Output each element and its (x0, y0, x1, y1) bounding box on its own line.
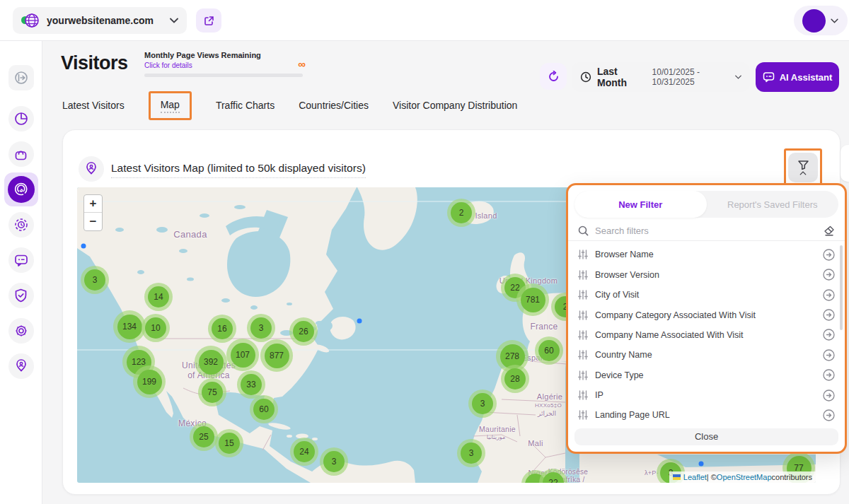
cluster-marker[interactable]: 877 (260, 339, 293, 372)
sidebar-item-session-recording[interactable] (8, 212, 34, 238)
sidebar-item-gear[interactable] (8, 318, 34, 344)
sidebar-item-visitors-radar[interactable] (4, 172, 38, 206)
filter-list: Browser NameBrowser VersionCity of Visit… (568, 241, 845, 426)
period-label: Last Month (597, 66, 642, 88)
cluster-marker[interactable]: 781 (516, 283, 549, 316)
cluster-marker[interactable]: 75 (198, 378, 226, 406)
filter-item-landing-page-url[interactable]: Landing Page URL (568, 405, 845, 425)
cluster-marker[interactable]: 24 (290, 438, 318, 466)
tab-latest-visitors[interactable]: Latest Visitors (62, 100, 125, 111)
zoom-in-button[interactable]: + (84, 195, 102, 213)
map-attribution: Leaflet | © OpenStreetMap contributors (669, 471, 816, 483)
cluster-marker[interactable]: 3 (81, 266, 109, 294)
filter-item-label: Country Name (595, 350, 823, 360)
filter-toggle-button[interactable] (788, 153, 818, 182)
date-range-selector[interactable]: Last Month 10/01/2025 - 10/31/2025 (572, 62, 750, 92)
cluster-count: 3 (472, 393, 493, 414)
cluster-marker[interactable]: 3 (457, 439, 485, 467)
filter-item-city-of-visit[interactable]: City of Visit (568, 285, 845, 305)
pie-chart-icon (14, 112, 28, 126)
account-menu[interactable] (794, 6, 848, 35)
arrow-circle-right-icon[interactable] (823, 369, 835, 381)
edge-widget-handle[interactable] (841, 145, 849, 182)
website-selector[interactable]: yourwebsitename.com (13, 7, 187, 34)
chevron-up-icon (799, 171, 807, 175)
cluster-marker[interactable]: 15 (215, 429, 243, 457)
open-website-button[interactable] (196, 8, 221, 33)
filter-item-label: IP (595, 390, 823, 400)
cluster-marker[interactable]: 10 (142, 314, 170, 342)
cluster-count: 107 (231, 343, 255, 368)
sidebar-item-chat-feedback[interactable] (8, 247, 34, 273)
filter-item-ip[interactable]: IP (568, 385, 845, 405)
openstreetmap-link[interactable]: OpenStreetMap (717, 473, 772, 481)
tab-countries-cities[interactable]: Countries/Cities (299, 100, 369, 111)
filter-item-company-category-associated-with-visit[interactable]: Company Category Associated With Visit (568, 305, 845, 324)
cluster-marker[interactable]: 26 (289, 317, 318, 346)
filter-item-browser-name[interactable]: Browser Name (568, 245, 845, 264)
leaflet-link[interactable]: Leaflet (683, 473, 707, 481)
cluster-marker[interactable]: 28 (501, 365, 529, 393)
cluster-marker[interactable]: 25 (190, 423, 218, 451)
sidebar-item-pie-chart[interactable] (8, 106, 34, 131)
cluster-count: 24 (294, 441, 315, 462)
arrow-circle-right-icon[interactable] (823, 309, 835, 321)
tab-traffic-charts[interactable]: Traffic Charts (216, 100, 275, 111)
cluster-count: 26 (293, 321, 314, 342)
cluster-count: 877 (265, 344, 289, 368)
filter-item-label: Company Name Associated With Visit (595, 330, 823, 340)
tab-visitor-company-distribution[interactable]: Visitor Company Distribution (393, 100, 517, 111)
cluster-marker[interactable]: 3 (247, 314, 275, 342)
zoom-out-button[interactable]: − (84, 213, 102, 230)
cluster-marker[interactable]: 2 (447, 199, 475, 227)
arrow-circle-right-icon[interactable] (823, 349, 835, 361)
cluster-marker[interactable]: 392 (195, 346, 227, 378)
cluster-count: 134 (117, 315, 142, 339)
cluster-marker[interactable]: 60 (250, 395, 278, 423)
cluster-count: 25 (193, 426, 214, 447)
arrow-circle-right-icon[interactable] (823, 389, 835, 402)
cluster-marker[interactable]: 16 (208, 315, 236, 343)
arrow-circle-right-icon[interactable] (823, 269, 835, 281)
cluster-count: 2 (451, 202, 472, 223)
ai-assistant-button[interactable]: AI Assistant (756, 62, 839, 92)
visitor-dot-marker[interactable] (81, 244, 86, 249)
tab-map[interactable]: Map (161, 99, 180, 113)
sidebar-item-shield-check[interactable] (8, 283, 34, 308)
filter-item-company-name-associated-with-visit[interactable]: Company Name Associated With Visit (568, 325, 845, 345)
filter-item-label: Landing Page URL (595, 410, 823, 420)
tab-new-filter[interactable]: New Filter (574, 191, 707, 218)
sliders-icon (578, 350, 588, 360)
arrow-circle-right-icon[interactable] (823, 249, 835, 261)
cluster-marker[interactable]: 3 (320, 447, 348, 476)
filter-search-input[interactable] (595, 225, 824, 236)
refresh-button[interactable] (540, 63, 567, 90)
cluster-count: 3 (250, 317, 272, 339)
cluster-marker[interactable]: 14 (144, 283, 173, 311)
arrow-circle-right-icon[interactable] (823, 329, 835, 341)
cluster-marker[interactable]: 199 (133, 365, 166, 398)
visitor-dot-marker[interactable] (357, 319, 362, 324)
tab-saved-filters[interactable]: Report's Saved Filters (707, 191, 839, 218)
sidebar-item-visitor-pin[interactable] (8, 353, 34, 379)
filter-item-browser-version[interactable]: Browser Version (568, 265, 845, 285)
cluster-marker[interactable]: 60 (535, 336, 563, 365)
cluster-marker[interactable]: 33 (237, 370, 265, 399)
filter-item-country-name[interactable]: Country Name (568, 345, 845, 365)
cluster-marker[interactable]: 107 (226, 339, 259, 371)
filter-item-device-type[interactable]: Device Type (568, 365, 845, 385)
filter-list-scrollbar[interactable] (840, 245, 843, 330)
infinity-icon: ∞ (298, 58, 306, 70)
cluster-marker[interactable]: 3 (468, 389, 497, 418)
visitor-pin-icon (15, 359, 28, 373)
quota-details-link[interactable]: Click for details (144, 61, 304, 69)
search-icon (578, 225, 589, 236)
visitor-dot-marker[interactable] (699, 462, 704, 467)
filter-close-button[interactable]: Close (574, 428, 838, 445)
sidebar-item-collapse-sidebar[interactable] (8, 65, 34, 90)
arrow-circle-right-icon[interactable] (823, 289, 835, 301)
sidebar-item-shopping-bag[interactable] (8, 141, 34, 167)
eraser-icon[interactable] (824, 225, 835, 236)
arrow-circle-right-icon[interactable] (823, 409, 835, 421)
filter-item-label: Company Category Associated With Visit (595, 310, 823, 320)
